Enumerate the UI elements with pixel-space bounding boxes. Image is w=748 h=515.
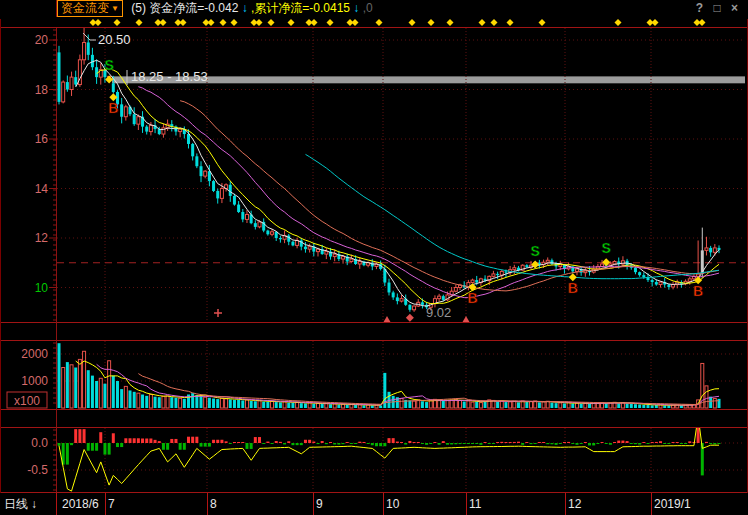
date-label: 9	[316, 493, 323, 515]
text-segment: ↓	[350, 1, 359, 15]
axis-labels: 20181614121020001000x1000.0-0.5	[7, 33, 56, 477]
axis-separator	[207, 493, 208, 515]
buy-signal: B	[108, 100, 118, 116]
volume-unit-label: x100	[14, 394, 40, 408]
date-label: 7	[108, 493, 115, 515]
flow-indicator-bar: 资金流变▼ (5) 资金净流=-0.042 ↓ ,累计净流=-0.0415 ↓ …	[0, 0, 748, 17]
volume-tick-label: 2000	[21, 347, 48, 361]
timeframe-bar: 日线↓ 2018/67891011122019/1	[0, 493, 748, 515]
price-tick-label: 16	[35, 132, 49, 146]
axis-divider	[56, 0, 57, 17]
price-annotation: 9.02	[426, 305, 451, 320]
ma-line	[97, 69, 719, 304]
chart-canvas: SSSBBBB20.5018.25 - 18.539.0220181614121…	[0, 0, 748, 515]
axis-separator	[565, 493, 566, 515]
axis-separator	[383, 493, 384, 515]
sell-signal: S	[602, 240, 611, 256]
event-triangle-mark	[462, 316, 470, 323]
volume-tick-label: 1000	[21, 374, 48, 388]
buy-signal: B	[693, 283, 703, 299]
date-label: 2019/1	[654, 493, 691, 515]
text-segment: ,累计净流=-0.0415	[248, 1, 350, 15]
chevron-down-icon: ▼	[111, 4, 119, 13]
axis-separator	[105, 493, 106, 515]
ma-line	[76, 60, 719, 306]
flow-indicator-title: 资金流变	[61, 1, 109, 15]
date-label: 2018/6	[62, 493, 99, 515]
date-label: 11	[469, 493, 481, 515]
date-label: 8	[210, 493, 217, 515]
stock-chart-window: SSSBBBB20.5018.25 - 18.539.0220181614121…	[0, 0, 748, 515]
help-icon[interactable]: ?	[696, 1, 703, 15]
axis-separator	[466, 493, 467, 515]
text-segment: 资金净流=-0.042	[149, 1, 238, 15]
flow-tick-label: -0.5	[27, 463, 48, 477]
date-label: 10	[386, 493, 399, 515]
axis-separator	[313, 493, 314, 515]
trade-signal-markers: SSSBBBB	[90, 19, 706, 323]
sell-signal: S	[104, 57, 113, 73]
price-annotation: 20.50	[98, 32, 131, 47]
flow-values: (5) 资金净流=-0.042 ↓ ,累计净流=-0.0415 ↓ ,0	[131, 1, 372, 15]
buy-signal: B	[467, 290, 477, 306]
price-tick-label: 12	[35, 231, 49, 245]
date-label: 12	[568, 493, 581, 515]
annotations: 20.5018.25 - 18.539.02	[83, 32, 451, 320]
period-label: 日线	[4, 497, 28, 511]
axis-separator	[651, 493, 652, 515]
price-annotation: 18.25 - 18.53	[131, 69, 208, 84]
down-arrow-icon: ↓	[31, 497, 37, 511]
price-tick-label: 14	[35, 182, 49, 196]
flow-layer	[58, 413, 721, 491]
price-tick-label: 20	[35, 33, 49, 47]
flow-indicator-selector[interactable]: 资金流变▼	[57, 0, 123, 17]
event-triangle-mark	[383, 316, 391, 323]
text-segment: ↓	[238, 1, 247, 15]
event-plus-mark	[214, 309, 222, 317]
flow-tick-label: 0.0	[31, 436, 48, 450]
text-segment: (5)	[131, 1, 149, 15]
period-selector[interactable]: 日线↓	[4, 493, 37, 515]
volume-layer	[58, 343, 721, 408]
sell-signal: S	[531, 243, 540, 259]
price-tick-label: 10	[35, 281, 49, 295]
price-tick-label: 18	[35, 83, 49, 97]
text-segment: ,0	[359, 1, 372, 15]
close-icon[interactable]: ×	[731, 1, 738, 15]
maximize-icon[interactable]: □	[713, 1, 720, 15]
axis-separator	[56, 493, 57, 515]
buy-signal: B	[568, 280, 578, 296]
